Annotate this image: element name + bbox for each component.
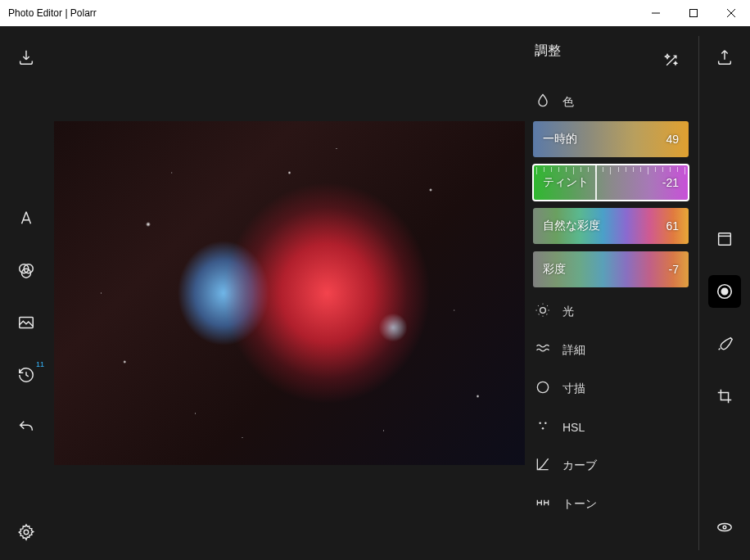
section-hsl[interactable]: HSL <box>526 408 694 446</box>
slider-saturation-value: -7 <box>669 263 679 276</box>
left-toolbar: 11 <box>0 26 52 560</box>
dots-icon <box>535 418 551 436</box>
slider-temperature-value: 49 <box>666 133 679 146</box>
text-tool-button[interactable] <box>10 201 43 234</box>
section-vignette[interactable]: 寸描 <box>526 369 694 408</box>
section-light-label: 光 <box>562 305 574 319</box>
svg-point-14 <box>718 523 732 531</box>
section-color-label: 色 <box>562 95 574 110</box>
section-hsl-label: HSL <box>562 421 585 434</box>
slider-vibrance-label: 自然な彩度 <box>543 219 600 233</box>
export-button[interactable] <box>708 41 741 74</box>
slider-tint-label: ティント <box>543 175 589 190</box>
svg-point-9 <box>544 422 547 424</box>
slider-tint-thumb[interactable] <box>595 165 597 201</box>
svg-point-8 <box>539 422 541 424</box>
auto-enhance-button[interactable] <box>655 44 688 77</box>
window-maximize-button[interactable] <box>675 0 712 26</box>
adjustments-button[interactable] <box>708 275 741 308</box>
slider-temperature[interactable]: 一時的 49 <box>533 121 689 157</box>
section-detail-label: 詳細 <box>562 343 585 358</box>
svg-point-13 <box>721 288 727 294</box>
slider-saturation-label: 彩度 <box>543 262 566 277</box>
svg-point-7 <box>537 382 548 392</box>
history-button[interactable]: 11 <box>10 359 43 391</box>
section-color[interactable]: 色 <box>526 83 694 121</box>
section-tone-label: トーン <box>562 497 597 512</box>
image-canvas[interactable] <box>54 121 525 465</box>
section-vignette-label: 寸描 <box>562 382 585 396</box>
settings-button[interactable] <box>10 516 43 549</box>
tone-icon <box>535 495 551 513</box>
section-curve[interactable]: カーブ <box>526 446 694 485</box>
import-button[interactable] <box>10 41 43 74</box>
svg-rect-11 <box>719 233 731 246</box>
crop-button[interactable] <box>708 380 741 413</box>
right-toolbar <box>699 26 750 560</box>
svg-point-10 <box>542 427 544 430</box>
slider-vibrance[interactable]: 自然な彩度 61 <box>533 208 689 244</box>
history-count-badge: 11 <box>36 360 44 368</box>
adjustments-panel: 調整 色 一時的 49 ティント -21 自然な彩度 61 彩度 -7 <box>526 26 698 560</box>
section-curve-label: カーブ <box>562 458 597 473</box>
canvas-area <box>52 26 526 560</box>
svg-rect-0 <box>690 10 698 17</box>
section-light[interactable]: 光 <box>526 292 694 331</box>
circle-icon <box>535 379 551 398</box>
section-tone[interactable]: トーン <box>526 485 694 523</box>
window-close-button[interactable] <box>712 0 750 26</box>
slider-temperature-label: 一時的 <box>543 132 577 147</box>
slider-vibrance-value: 61 <box>666 219 679 233</box>
compare-button[interactable] <box>708 511 741 544</box>
slider-tint-value: -21 <box>662 176 679 189</box>
window-title: Photo Editor | Polarr <box>8 7 97 19</box>
image-layer-button[interactable] <box>10 306 43 339</box>
slider-tint[interactable]: ティント -21 <box>533 165 689 201</box>
undo-button[interactable] <box>10 411 43 444</box>
waves-icon <box>535 341 551 359</box>
slider-ticks <box>533 167 689 172</box>
window-titlebar: Photo Editor | Polarr <box>0 0 750 26</box>
sun-icon <box>535 302 551 321</box>
curve-icon <box>535 456 551 475</box>
section-detail[interactable]: 詳細 <box>526 331 694 369</box>
svg-point-15 <box>723 526 726 529</box>
brush-button[interactable] <box>708 327 741 360</box>
droplet-icon <box>535 93 551 111</box>
svg-point-5 <box>24 530 29 535</box>
presets-button[interactable] <box>708 223 741 255</box>
window-minimize-button[interactable] <box>637 0 675 26</box>
slider-saturation[interactable]: 彩度 -7 <box>533 251 689 287</box>
svg-point-6 <box>540 308 546 314</box>
filters-button[interactable] <box>10 254 43 287</box>
